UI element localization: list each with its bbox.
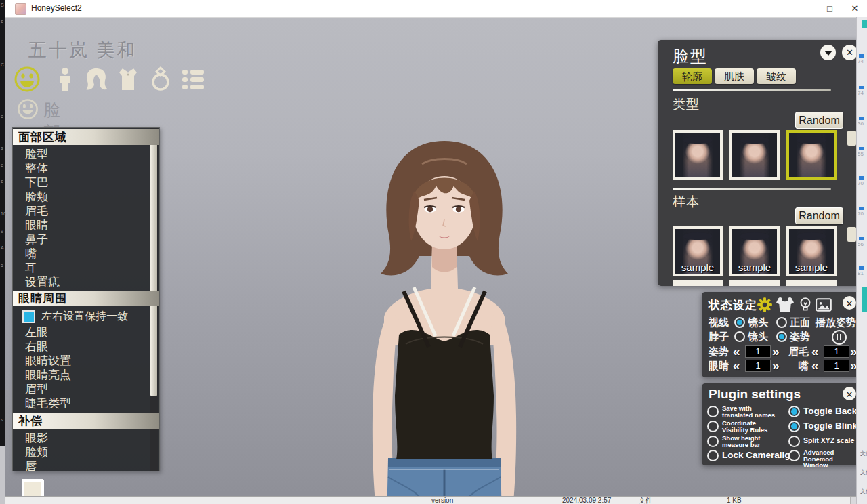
list-icon[interactable]: [179, 66, 207, 96]
hair-icon[interactable]: [83, 66, 110, 96]
tick-mark: [859, 176, 864, 180]
radio-height-bar[interactable]: [707, 436, 719, 447]
chevron-down-icon: [824, 51, 832, 56]
type-random-button[interactable]: Random: [795, 112, 843, 129]
stepper-prev-icon[interactable]: [733, 359, 740, 372]
tab-wrinkles[interactable]: 皱纹: [757, 68, 796, 84]
sidebar-item-eyelash-type[interactable]: 睫毛类型: [25, 396, 147, 411]
neck-row: 脖子 镜头 姿势: [702, 330, 860, 343]
sample-section-label: 样本: [673, 193, 700, 211]
radio-neck-pose[interactable]: [776, 331, 787, 342]
sidebar-item-cheek[interactable]: 脸颊: [25, 190, 147, 204]
sidebar-item-chin[interactable]: 下巴: [25, 175, 147, 190]
sidebar-item-face-shape[interactable]: 脸型: [25, 147, 147, 161]
tab-contour[interactable]: 轮廓: [673, 68, 712, 84]
sidebar-header-around-eyes: 眼睛周围: [13, 291, 159, 306]
sidebar-item-mouth[interactable]: 嘴: [25, 247, 147, 261]
edge-glyph: S: [1, 3, 4, 7]
sync-left-right-label[interactable]: 左右设置保持一致: [41, 310, 128, 323]
pose-stepper-value: 1: [745, 345, 771, 358]
gaze-front-label[interactable]: 正面: [790, 316, 810, 329]
face-type-thumbnail-1[interactable]: [673, 130, 723, 180]
sidebar-item-right-eye[interactable]: 右眼: [25, 339, 147, 354]
face-type-thumbnail-3-selected[interactable]: [786, 130, 837, 180]
neck-camera-label[interactable]: 镜头: [748, 330, 768, 343]
face-tab-smiley-icon[interactable]: [14, 66, 41, 96]
state-panel-close-button[interactable]: [843, 296, 856, 310]
face-sample-thumbnail-1[interactable]: sample: [673, 226, 723, 276]
edge-glyph: C: [1, 62, 4, 67]
sidebar-item-mole[interactable]: 设置痣: [25, 275, 147, 289]
option-label[interactable]: Save with translated names: [722, 405, 776, 418]
viewport-background: 五十岚 美和: [5, 18, 867, 504]
stepper-prev-icon[interactable]: [811, 345, 819, 358]
gaze-camera-label[interactable]: 镜头: [748, 316, 768, 329]
pose-stepper-label: 姿势: [709, 345, 729, 358]
menu-scrollbar-thumb[interactable]: [150, 132, 157, 396]
tick-mark: [859, 54, 864, 58]
ring-icon[interactable]: [147, 66, 174, 96]
tab-skin[interactable]: 肌肤: [715, 68, 754, 84]
radio-advanced-bonemod[interactable]: [788, 450, 800, 461]
sidebar-item-lip[interactable]: 唇: [25, 459, 147, 471]
radio-coordinate-visibility[interactable]: [707, 421, 719, 432]
sample-scrollbar-thumb[interactable]: [847, 227, 856, 242]
eyebrow-stepper-value: 1: [824, 345, 849, 358]
type-scrollbar-thumb[interactable]: [847, 131, 856, 146]
face-sample-thumbnail-2[interactable]: sample: [729, 226, 780, 276]
sidebar-item-nose[interactable]: 鼻子: [25, 232, 147, 247]
radio-toggle-backlight[interactable]: [788, 406, 800, 417]
neck-pose-label[interactable]: 姿势: [790, 330, 810, 343]
face-sample-thumbnail-3[interactable]: sample: [786, 226, 837, 276]
character-name: 五十岚 美和: [28, 38, 138, 62]
option-label[interactable]: Advanced Bonemod Window: [803, 449, 858, 469]
sidebar-item-left-eye[interactable]: 左眼: [25, 325, 147, 339]
image-icon[interactable]: [815, 296, 832, 312]
clothes-icon[interactable]: [114, 66, 142, 96]
gear-icon[interactable]: [756, 296, 774, 312]
option-label[interactable]: Show height measure bar: [722, 435, 776, 448]
radio-toggle-blinking[interactable]: [788, 421, 800, 432]
partial-thumbnail: [673, 280, 723, 286]
radio-save-translated[interactable]: [707, 406, 719, 417]
eye-stepper-label: 眼睛: [709, 359, 729, 373]
close-button[interactable]: ✕: [843, 0, 866, 17]
option-label[interactable]: Coordinate Visibility Rules: [722, 420, 776, 433]
right-edge-window-sliver: 74 74 36 55 70 70 56 81 文件 文件 文件: [856, 17, 867, 504]
radio-split-xyz[interactable]: [788, 436, 800, 447]
sidebar-item-cheek-blush[interactable]: 脸颊: [25, 445, 147, 459]
maximize-button[interactable]: □: [818, 0, 841, 17]
plugin-panel-close-button[interactable]: [843, 387, 856, 400]
tick-mark: [859, 86, 864, 89]
sidebar-header-makeup: 补偿: [13, 413, 159, 429]
minimize-button[interactable]: –: [797, 0, 820, 17]
sidebar-item-eyeshadow[interactable]: 眼影: [25, 431, 147, 445]
bulb-icon[interactable]: [797, 296, 814, 312]
face-panel-close-button[interactable]: [842, 45, 858, 60]
stepper-next-icon[interactable]: [772, 359, 780, 372]
body-icon[interactable]: [51, 66, 79, 96]
sidebar-item-eye-settings[interactable]: 眼睛设置: [25, 354, 147, 368]
dress-icon[interactable]: [776, 296, 794, 312]
radio-gaze-front[interactable]: [776, 317, 787, 328]
pause-button[interactable]: [832, 330, 847, 345]
sidebar-item-eye[interactable]: 眼睛: [25, 218, 147, 232]
sidebar-item-eyebrow-shape[interactable]: 眉型: [25, 382, 147, 396]
sidebar-item-whole[interactable]: 整体: [25, 161, 147, 175]
eyebrow-stepper-label: 眉毛: [786, 345, 809, 358]
stepper-prev-icon[interactable]: [811, 359, 819, 372]
sync-left-right-checkbox[interactable]: [22, 310, 35, 323]
sidebar-header-face-area: 面部区域: [13, 129, 159, 145]
collapse-button[interactable]: [820, 45, 836, 60]
stepper-prev-icon[interactable]: [733, 345, 740, 358]
radio-gaze-camera[interactable]: [734, 317, 745, 328]
sidebar-item-ear[interactable]: 耳: [25, 261, 147, 275]
sample-random-button[interactable]: Random: [795, 207, 843, 224]
sidebar-item-eyebrow[interactable]: 眉毛: [25, 204, 147, 218]
sidebar-item-eye-highlight[interactable]: 眼睛亮点: [25, 368, 147, 382]
radio-lock-cameralight[interactable]: [707, 450, 719, 461]
radio-neck-camera[interactable]: [734, 331, 745, 342]
stepper-next-icon[interactable]: [772, 345, 780, 358]
edge-glyph: s: [1, 19, 3, 24]
face-type-thumbnail-2[interactable]: [729, 130, 780, 180]
